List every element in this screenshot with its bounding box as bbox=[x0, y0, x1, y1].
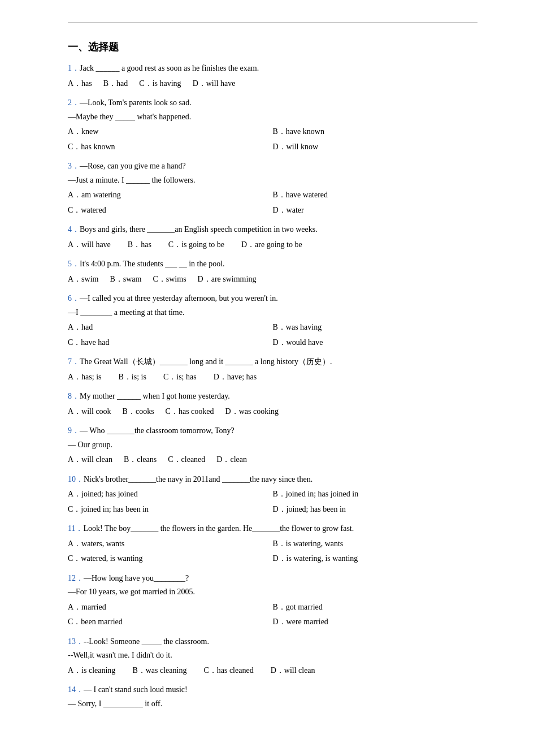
option: A．is cleaning bbox=[68, 664, 115, 678]
option: A．will have bbox=[68, 238, 111, 252]
option: B．swam bbox=[110, 273, 141, 287]
option: D．would have bbox=[273, 336, 478, 350]
option: C．cleaned bbox=[168, 453, 205, 467]
options-row: A．will haveB．hasC．is going to beD．are go… bbox=[68, 238, 477, 252]
option: B．have watered bbox=[273, 188, 478, 202]
options-row: A．will cleanB．cleansC．cleanedD．clean bbox=[68, 453, 477, 467]
question-text: 5．It's 4:00 p.m. The students ___ __ in … bbox=[68, 257, 477, 271]
option: B．got married bbox=[273, 601, 478, 615]
question-number: 7． bbox=[68, 357, 80, 366]
question-text: 11．Look! The boy_______ the flowers in t… bbox=[68, 522, 477, 536]
option: C．swims bbox=[153, 273, 186, 287]
question-number: 8． bbox=[68, 392, 80, 400]
option: B．cooks bbox=[123, 405, 154, 419]
question-text: 6．—I called you at three yesterday after… bbox=[68, 292, 477, 306]
question-continuation: — Our group. bbox=[68, 438, 477, 452]
question-number: 1． bbox=[68, 64, 80, 72]
question-number: 11． bbox=[68, 524, 83, 533]
question-block: 1．Jack ______ a good rest as soon as he … bbox=[68, 62, 477, 90]
question-number: 14． bbox=[68, 685, 84, 694]
question-block: 11．Look! The boy_______ the flowers in t… bbox=[68, 522, 477, 566]
question-text: 9．— Who _______the classroom tomorrow, T… bbox=[68, 424, 477, 438]
option: C．has cooked bbox=[166, 405, 214, 419]
option: B．is; is bbox=[119, 370, 146, 385]
question-block: 3．—Rose, can you give me a hand?—Just a … bbox=[68, 159, 477, 217]
options-grid: A．hadB．was havingC．have hadD．would have bbox=[68, 321, 477, 349]
option: D．is watering, is wanting bbox=[273, 552, 478, 566]
option: A．waters, wants bbox=[68, 537, 273, 551]
option: D．was cooking bbox=[225, 405, 279, 419]
question-text: 4．Boys and girls, there _______an Englis… bbox=[68, 223, 477, 237]
option: A．will clean bbox=[68, 453, 112, 467]
option: B．has bbox=[128, 238, 151, 252]
question-text: 10．Nick's brother_______the navy in 2011… bbox=[68, 473, 477, 487]
options-row: A．has; isB．is; isC．is; hasD．have; has bbox=[68, 370, 477, 385]
question-block: 2．—Look, Tom's parents look so sad.—Mayb… bbox=[68, 96, 477, 154]
option: B．cleans bbox=[124, 453, 157, 467]
question-text: 2．—Look, Tom's parents look so sad. bbox=[68, 96, 477, 110]
option: B．have known bbox=[273, 125, 478, 139]
option: A．has; is bbox=[68, 370, 102, 385]
question-text: 14．— I can't stand such loud music! bbox=[68, 683, 477, 697]
option: C．watered, is wanting bbox=[68, 552, 273, 566]
option: D．will know bbox=[273, 140, 478, 154]
question-text: 1．Jack ______ a good rest as soon as he … bbox=[68, 62, 477, 76]
options-grid: A．marriedB．got marriedC．been marriedD．we… bbox=[68, 601, 477, 629]
question-text: 12．—How long have you________? bbox=[68, 572, 477, 586]
question-number: 6． bbox=[68, 294, 80, 303]
question-number: 13． bbox=[68, 637, 84, 646]
question-block: 14．— I can't stand such loud music!— Sor… bbox=[68, 683, 477, 711]
option: D．will clean bbox=[271, 664, 315, 678]
question-number: 5． bbox=[68, 260, 80, 268]
question-number: 12． bbox=[68, 574, 84, 582]
option: A．knew bbox=[68, 125, 273, 139]
option: C．is; has bbox=[163, 370, 197, 385]
option: C．has known bbox=[68, 140, 273, 154]
section-title: 一、选择题 bbox=[68, 40, 477, 54]
question-number: 4． bbox=[68, 225, 80, 234]
question-continuation: --Well,it wasn't me. I didn't do it. bbox=[68, 649, 477, 663]
option: C．watered bbox=[68, 204, 273, 218]
option: D．joined; has been in bbox=[273, 503, 478, 517]
option: B．is watering, wants bbox=[273, 537, 478, 551]
option: D．have; has bbox=[214, 370, 257, 385]
option: D．are swimming bbox=[198, 273, 257, 287]
options-grid: A．knewB．have knownC．has knownD．will know bbox=[68, 125, 477, 154]
options-row: A．will cookB．cooksC．has cookedD．was cook… bbox=[68, 405, 477, 419]
option: B．joined in; has joined in bbox=[273, 487, 478, 502]
question-block: 7．The Great Wall（长城）_______ long and it … bbox=[68, 355, 477, 384]
options-row: A．swimB．swamC．swimsD．are swimming bbox=[68, 273, 477, 287]
question-number: 9． bbox=[68, 426, 80, 435]
question-block: 13．--Look! Someone _____ the classroom.-… bbox=[68, 635, 477, 678]
question-number: 10． bbox=[68, 475, 84, 483]
option: A．am watering bbox=[68, 188, 273, 202]
question-text: 7．The Great Wall（长城）_______ long and it … bbox=[68, 355, 477, 369]
option: D．water bbox=[273, 204, 478, 218]
top-divider bbox=[68, 23, 477, 23]
question-number: 2． bbox=[68, 98, 80, 107]
question-block: 6．—I called you at three yesterday after… bbox=[68, 292, 477, 349]
option: C．has cleaned bbox=[203, 664, 253, 678]
question-continuation: —For 10 years, we got married in 2005. bbox=[68, 585, 477, 599]
option: C．been married bbox=[68, 615, 273, 629]
option: C．is going to be bbox=[168, 238, 224, 252]
option: A．has bbox=[68, 77, 92, 91]
option: B．was cleaning bbox=[132, 664, 186, 678]
option: C．is having bbox=[139, 77, 181, 91]
question-continuation: — Sorry, I __________ it off. bbox=[68, 697, 477, 711]
option: A．married bbox=[68, 601, 273, 615]
question-text: 13．--Look! Someone _____ the classroom. bbox=[68, 635, 477, 649]
options-row: A．hasB．hadC．is havingD．will have bbox=[68, 77, 477, 91]
option: D．will have bbox=[193, 77, 236, 91]
question-continuation: —I ________ a meeting at that time. bbox=[68, 306, 477, 320]
option: A．swim bbox=[68, 273, 98, 287]
question-block: 10．Nick's brother_______the navy in 2011… bbox=[68, 473, 477, 517]
option: A．joined; has joined bbox=[68, 487, 273, 502]
option: D．clean bbox=[216, 453, 247, 467]
option: D．are going to be bbox=[241, 238, 302, 252]
options-row: A．is cleaningB．was cleaningC．has cleaned… bbox=[68, 664, 477, 678]
question-block: 9．— Who _______the classroom tomorrow, T… bbox=[68, 424, 477, 467]
question-number: 3． bbox=[68, 162, 80, 170]
question-text: 3．—Rose, can you give me a hand? bbox=[68, 159, 477, 174]
options-grid: A．joined; has joinedB．joined in; has joi… bbox=[68, 487, 477, 516]
